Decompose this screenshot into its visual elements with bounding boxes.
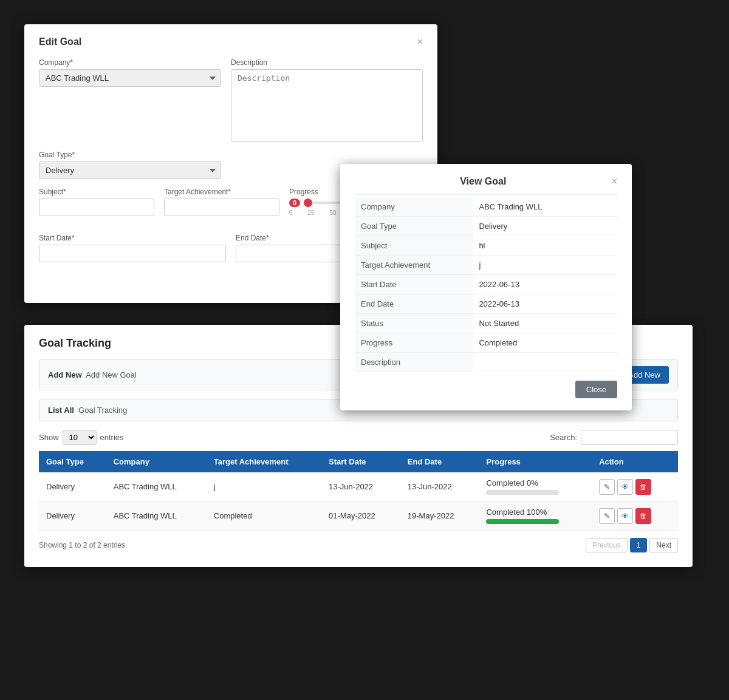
delete-button[interactable]: 🗑 <box>635 508 651 524</box>
view-button[interactable]: 👁 <box>617 479 633 495</box>
view-field-value: ABC Trading WLL <box>473 197 617 217</box>
edit-button[interactable]: ✎ <box>599 479 615 495</box>
view-field-label: Start Date <box>355 275 473 294</box>
view-field-value: Not Started <box>473 314 617 333</box>
goal-type-select[interactable]: Delivery Sales Service <box>39 161 221 179</box>
showing-text: Showing 1 to 2 of 2 entries <box>39 541 125 549</box>
table-footer: Showing 1 to 2 of 2 entries Previous 1 N… <box>39 538 678 552</box>
page-1-button[interactable]: 1 <box>630 538 648 552</box>
cell-end-date: 13-Jun-2022 <box>400 472 479 501</box>
start-date-input[interactable]: 2022-06-13 <box>39 245 226 262</box>
list-all-bold: List All <box>48 406 74 415</box>
cell-target: Completed <box>207 501 321 531</box>
col-target-achievement: Target Achievement <box>207 451 321 472</box>
view-goal-row: Target Achievementj <box>355 256 617 275</box>
subject-label: Subject* <box>39 188 154 196</box>
view-goal-row: Subjecthl <box>355 236 617 256</box>
view-field-label: Status <box>355 314 473 333</box>
view-field-label: Subject <box>355 236 473 256</box>
view-goal-close-x-button[interactable]: × <box>612 177 617 186</box>
show-entries: Show 10 25 50 100 entries <box>39 430 124 445</box>
entries-label: entries <box>100 433 124 442</box>
show-entries-select[interactable]: 10 25 50 100 <box>63 430 97 445</box>
table-head: Goal Type Company Target Achievement Sta… <box>39 451 678 472</box>
pagination: Previous 1 Next <box>586 538 678 552</box>
delete-button[interactable]: 🗑 <box>635 479 651 495</box>
description-field-group: Description <box>231 58 423 142</box>
view-goal-row: CompanyABC Trading WLL <box>355 197 617 217</box>
search-input[interactable] <box>581 430 678 445</box>
view-goal-close-button[interactable]: Close <box>575 381 617 398</box>
prev-page-button[interactable]: Previous <box>586 538 628 552</box>
cell-start-date: 13-Jun-2022 <box>321 472 400 501</box>
cell-action: ✎ 👁 🗑 <box>592 472 678 501</box>
cell-end-date: 19-May-2022 <box>400 501 479 531</box>
col-goal-type: Goal Type <box>39 451 106 472</box>
progress-text: Completed 100% <box>486 508 584 517</box>
cell-company: ABC Trading WLL <box>106 472 207 501</box>
goal-type-field-group: Goal Type* Delivery Sales Service <box>39 151 221 179</box>
view-field-value: hl <box>473 236 617 256</box>
add-new-goal-text: Add New Goal <box>86 370 137 379</box>
company-field-group: Company* ABC Trading WLL <box>39 58 221 142</box>
start-date-label: Start Date* <box>39 234 226 242</box>
edit-goal-modal-header: Edit Goal × <box>39 36 423 47</box>
search-label: Search: <box>550 433 577 442</box>
view-goal-row: StatusNot Started <box>355 314 617 333</box>
cell-progress: Completed 0% <box>479 472 592 501</box>
description-label: Description <box>231 58 423 67</box>
edit-goal-close-x-button[interactable]: × <box>417 37 423 47</box>
view-field-label: Company <box>355 197 473 217</box>
col-end-date: End Date <box>400 451 479 472</box>
view-button[interactable]: 👁 <box>617 508 633 524</box>
view-field-value: j <box>473 256 617 275</box>
col-progress: Progress <box>479 451 592 472</box>
table-row: Delivery ABC Trading WLL j 13-Jun-2022 1… <box>39 472 678 501</box>
table-row: Delivery ABC Trading WLL Completed 01-Ma… <box>39 501 678 531</box>
target-achievement-field-group: Target Achievement* j <box>164 188 279 225</box>
view-goal-modal: View Goal × CompanyABC Trading WLLGoal T… <box>340 164 632 410</box>
target-achievement-input[interactable]: j <box>164 199 279 216</box>
cell-action: ✎ 👁 🗑 <box>592 501 678 531</box>
table-body: Delivery ABC Trading WLL j 13-Jun-2022 1… <box>39 472 678 531</box>
view-field-value: 2022-06-13 <box>473 275 617 294</box>
search-box: Search: <box>550 430 678 445</box>
cell-target: j <box>207 472 321 501</box>
view-goal-row: End Date2022-06-13 <box>355 294 617 314</box>
view-goal-row: ProgressCompleted <box>355 333 617 353</box>
progress-bar-bg <box>486 490 559 495</box>
view-goal-row: Goal TypeDelivery <box>355 217 617 236</box>
subject-field-group: Subject* hl <box>39 188 154 225</box>
next-page-button[interactable]: Next <box>649 538 678 552</box>
view-field-value: Delivery <box>473 217 617 236</box>
edit-button[interactable]: ✎ <box>599 508 615 524</box>
view-goal-modal-footer: Close <box>355 381 617 398</box>
progress-bar-fill <box>486 519 559 524</box>
view-field-label: Target Achievement <box>355 256 473 275</box>
view-goal-modal-header: View Goal × <box>355 176 617 195</box>
col-company: Company <box>106 451 207 472</box>
cell-company: ABC Trading WLL <box>106 501 207 531</box>
goal-type-label: Goal Type* <box>39 151 221 159</box>
view-goal-row: Description <box>355 353 617 372</box>
company-select[interactable]: ABC Trading WLL <box>39 69 221 87</box>
view-goal-table-body: CompanyABC Trading WLLGoal TypeDeliveryS… <box>355 197 617 372</box>
view-field-value: Completed <box>473 333 617 353</box>
view-field-label: End Date <box>355 294 473 314</box>
cell-progress: Completed 100% <box>479 501 592 531</box>
cell-goal-type: Delivery <box>39 472 106 501</box>
col-action: Action <box>592 451 678 472</box>
add-new-bold: Add New <box>48 370 82 379</box>
description-textarea[interactable] <box>231 69 423 142</box>
target-achievement-label: Target Achievement* <box>164 188 279 196</box>
cell-goal-type: Delivery <box>39 501 106 531</box>
action-btns: ✎ 👁 🗑 <box>599 479 671 495</box>
view-field-label: Progress <box>355 333 473 353</box>
view-goal-modal-title: View Goal <box>355 176 612 187</box>
progress-text: Completed 0% <box>486 478 584 488</box>
subject-input[interactable]: hl <box>39 199 154 216</box>
company-label: Company* <box>39 58 221 67</box>
view-goal-table: CompanyABC Trading WLLGoal TypeDeliveryS… <box>355 197 617 372</box>
list-all-text: List All Goal Tracking <box>48 406 127 415</box>
edit-goal-modal-title: Edit Goal <box>39 36 81 47</box>
